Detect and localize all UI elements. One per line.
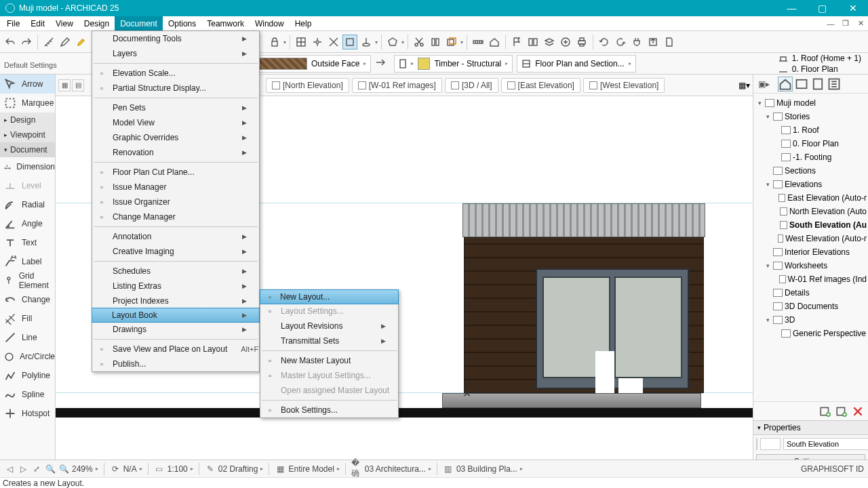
trace-icon[interactable] [444, 35, 459, 49]
tool-change[interactable]: Change [0, 290, 55, 309]
polygon-icon[interactable] [385, 35, 400, 49]
tab-east[interactable]: [East Elevation] [501, 78, 580, 93]
attrs-icon[interactable] [558, 35, 573, 49]
new-viewpoint-icon[interactable] [819, 405, 831, 418]
zoom-plus-icon[interactable]: 🔍 [58, 464, 69, 474]
refresh-icon[interactable] [597, 35, 612, 49]
undo-button[interactable] [3, 35, 18, 49]
mdi-minimize-icon[interactable]: — [823, 16, 838, 30]
menuitem-layout-book[interactable]: Layout Book▶ [92, 308, 260, 323]
menuitem-renovation[interactable]: Renovation▶ [92, 145, 259, 160]
redo-button[interactable] [19, 35, 34, 49]
navigator-tree[interactable]: ▾Muji model▾Stories1. Roof0. Floor Plan-… [753, 94, 868, 401]
zoom-in-icon[interactable]: ▷ [18, 464, 28, 474]
tree-north-elevation-auto[interactable]: North Elevation (Auto [753, 205, 868, 218]
zoom-controls[interactable]: ◁ ▷ ⤢ 🔍 🔍 249%▸ [4, 464, 98, 474]
menuitem-publish-[interactable]: ▫Publish... [92, 357, 259, 371]
home-icon[interactable] [487, 35, 502, 49]
tool-hotspot[interactable]: Hotspot [0, 404, 55, 423]
scale-group[interactable]: ▭1:100▸ [154, 464, 193, 474]
tree-3d-documents[interactable]: 3D Documents [753, 300, 868, 313]
face-selector[interactable]: Outside Face ▸ [241, 55, 371, 73]
menu-teamwork[interactable]: Teamwork [201, 16, 250, 30]
menuitem-issue-organizer[interactable]: ▫Issue Organizer [92, 195, 259, 209]
menuitem-floor-plan-cut-plane-[interactable]: ▫Floor Plan Cut Plane... [92, 165, 259, 180]
menu-help[interactable]: Help [290, 16, 317, 30]
menu-document[interactable]: Document [115, 16, 163, 30]
menuitem-creative-imaging[interactable]: Creative Imaging▶ [92, 244, 259, 259]
fit-icon[interactable]: ⤢ [31, 464, 42, 474]
orientation-group[interactable]: ⟳N/A▸ [110, 464, 142, 474]
menuitem-drawings[interactable]: Drawings▶ [92, 322, 259, 337]
tool-fill[interactable]: Fill [0, 309, 55, 328]
penset-group[interactable]: ✎02 Drafting▸ [205, 464, 264, 474]
menu-view[interactable]: View [50, 16, 79, 30]
section-viewpoint[interactable]: ▸Viewpoint [0, 127, 55, 142]
menuitem-project-indexes[interactable]: Project Indexes▶ [92, 293, 259, 308]
tree-west-elevation-auto-r[interactable]: West Elevation (Auto-r [753, 232, 868, 245]
menuitem-graphic-overrides[interactable]: Graphic Overrides▶ [92, 130, 259, 145]
nav-project-map-icon[interactable] [778, 77, 793, 92]
tree-generic-perspective[interactable]: Generic Perspective [753, 327, 868, 340]
tabs-overflow-icon[interactable]: ▦▾ [738, 81, 750, 90]
plug-icon[interactable] [629, 35, 644, 49]
submenuitem-layout-revisions[interactable]: Layout Revisions▶ [260, 319, 398, 333]
measure-button[interactable] [41, 35, 56, 49]
menuitem-schedules[interactable]: Schedules▶ [92, 264, 259, 279]
lock-icon[interactable] [267, 35, 282, 49]
tool-dimension[interactable]: Dimension [0, 157, 55, 176]
suspend-icon[interactable] [428, 35, 443, 49]
tool-line[interactable]: Line [0, 328, 55, 347]
tool-arc[interactable]: Arc/Circle [0, 347, 55, 366]
tree-w-01-ref-images-ind[interactable]: W-01 Ref images (Ind [753, 272, 868, 286]
menuitem-pen-sets[interactable]: Pen Sets▶ [92, 100, 259, 115]
print-icon[interactable] [574, 35, 589, 49]
organizer-icon[interactable] [526, 35, 540, 49]
menuitem-layers[interactable]: Layers▶ [92, 46, 259, 61]
tree-worksheets[interactable]: ▾Worksheets [753, 259, 868, 272]
submenuitem-transmittal-sets[interactable]: Transmittal Sets▶ [260, 333, 398, 348]
ruler-icon[interactable] [471, 35, 486, 49]
guides-icon[interactable] [326, 35, 341, 49]
menu-file[interactable]: File [1, 16, 25, 30]
export-icon[interactable] [646, 35, 660, 49]
tree-0-floor-plan[interactable]: 0. Floor Plan [753, 137, 868, 150]
tree-muji-model[interactable]: ▾Muji model [753, 96, 868, 110]
mvo-group[interactable]: ▥03 Building Pla...▸ [443, 464, 523, 474]
layer-combo-group[interactable]: �确03 Architectura...▸ [351, 464, 431, 474]
nav-view-map-icon[interactable] [794, 77, 809, 92]
tree-interior-elevations[interactable]: Interior Elevations [753, 245, 868, 259]
menuitem-partial-structure-display-[interactable]: ▫Partial Structure Display... [92, 81, 259, 96]
section-document[interactable]: ▾Document [0, 142, 55, 157]
maximize-button[interactable]: ▢ [807, 0, 837, 16]
grid-icon[interactable] [294, 35, 309, 49]
snap-icon[interactable] [310, 35, 325, 49]
graphisoft-id[interactable]: GRAPHISOFT ID [801, 464, 864, 474]
properties-header[interactable]: ▾Properties [753, 420, 868, 435]
submenuitem-book-settings-[interactable]: ▫Book Settings... [260, 403, 398, 418]
nav-publisher-icon[interactable] [827, 77, 842, 92]
layers-icon[interactable] [542, 35, 557, 49]
tree-south-elevation-au[interactable]: South Elevation (Au [753, 218, 868, 232]
tool-text[interactable]: Text [0, 233, 55, 252]
tool-angle[interactable]: Angle [0, 214, 55, 233]
prop-id-input[interactable] [760, 438, 781, 450]
menuitem-model-view[interactable]: Model View▶ [92, 115, 259, 130]
floor-selector[interactable]: 1. Roof (Home + 1) 0. Floor Plan [778, 50, 865, 77]
tree-stories[interactable]: ▾Stories [753, 110, 868, 123]
menuitem-documenting-tools[interactable]: Documenting Tools▶ [92, 31, 259, 46]
cut-icon[interactable] [412, 35, 427, 49]
nav-popup-icon[interactable]: ▣▸ [756, 77, 771, 92]
tree-elevations[interactable]: ▾Elevations [753, 178, 868, 191]
menu-window[interactable]: Window [250, 16, 290, 30]
close-button[interactable]: ✕ [837, 0, 868, 16]
tree-details[interactable]: Details [753, 286, 868, 300]
tree-1-roof[interactable]: 1. Roof [753, 123, 868, 137]
tool-spline[interactable]: Spline [0, 385, 55, 404]
delete-icon[interactable] [852, 405, 864, 418]
tab-3d[interactable]: [3D / All] [445, 78, 498, 93]
menuitem-change-manager[interactable]: ▫Change Manager [92, 209, 259, 224]
tool-polyline[interactable]: Polyline [0, 366, 55, 385]
menu-design[interactable]: Design [79, 16, 115, 30]
tool-label[interactable]: A1Label [0, 252, 55, 271]
